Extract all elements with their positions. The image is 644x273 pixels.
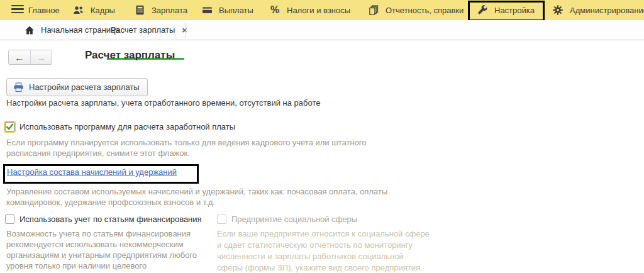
menu-item-personnel[interactable]: Кадры [73,0,115,20]
menu-item-label: Администрирование [570,6,644,15]
people-icon [73,5,84,15]
tab-label: Расчет зарплаты [111,25,175,35]
forward-button[interactable]: → [31,50,52,64]
hamburger-icon [11,5,24,13]
close-icon[interactable]: × [180,26,188,35]
section-menubar: Главное Кадры [0,0,644,20]
menu-item-label: Кадры [91,6,115,15]
calculator-icon [134,5,145,15]
tab-label: Начальная страница [41,25,120,35]
social-checkbox[interactable] [217,214,226,224]
documents-icon [368,5,379,15]
menu-item-label: Главное [28,6,60,15]
page-subtitle: Настройки расчета зарплаты, учета отрабо… [6,98,320,108]
menu-item-label: Налоги и взносы [287,6,350,15]
menu-item-taxes[interactable]: % Налоги и взносы [269,0,350,20]
back-button[interactable]: ← [9,50,31,64]
menu-item-main[interactable]: Главное [28,0,60,20]
tab-payroll-calculation[interactable]: Расчет зарплаты × [111,20,188,40]
home-icon [24,25,35,35]
payroll-settings-button-label: Настройки расчета зарплаты [29,82,140,92]
tab-divider [106,22,106,38]
use-program-checkbox-row: Использовать программу для расчета зараб… [5,122,235,131]
financing-checkbox-label[interactable]: Использовать учет по статьям финансирова… [19,214,202,224]
menu-item-salary[interactable]: Зарплата [134,0,187,20]
menu-item-reporting[interactable]: Отчетность, справки [368,0,464,20]
menu-item-label: Зарплата [152,6,187,15]
financing-hint: Возможность учета по статьям финансирова… [6,228,214,273]
social-checkbox-row: Предприятие социальной сферы [217,214,357,224]
main-menu-button[interactable] [11,5,24,14]
menu-item-payments[interactable]: Выплаты [201,0,253,20]
checkmark-icon [6,123,14,131]
financing-checkbox[interactable] [5,214,14,224]
menu-item-label: Выплаты [219,6,253,15]
wrench-icon [477,5,488,15]
menu-item-label: Настройка [494,6,535,15]
use-program-checkbox-label[interactable]: Использовать программу для расчета зараб… [19,122,235,131]
printer-icon [13,82,24,92]
composition-settings-link[interactable]: Настройка состава начислений и удержаний [7,167,177,177]
app-window: Главное Кадры [0,0,644,273]
use-program-hint: Если программу планируется использовать … [6,137,396,159]
tab-bar: Начальная страница Расчет зарплаты × [0,20,644,40]
composition-link-hint: Управление составом используемых начисле… [6,186,396,208]
history-nav-group: ← → [8,50,52,65]
page-title: Расчет зарплаты [85,49,175,62]
social-checkbox-label: Предприятие социальной сферы [231,214,357,224]
menu-item-label: Отчетность, справки [386,6,464,15]
menu-item-settings[interactable]: Настройка [477,0,535,20]
social-hint: Если ваше предприятие относится к социал… [217,228,431,273]
gear-icon [552,5,564,15]
menu-item-administration[interactable]: Администрирование [552,0,644,20]
percent-icon: % [269,5,280,15]
use-program-checkbox[interactable] [5,122,14,131]
card-icon [201,5,213,15]
financing-checkbox-row: Использовать учет по статьям финансирова… [5,214,202,224]
payroll-settings-button[interactable]: Настройки расчета зарплаты [6,78,148,96]
tab-divider [186,22,186,38]
